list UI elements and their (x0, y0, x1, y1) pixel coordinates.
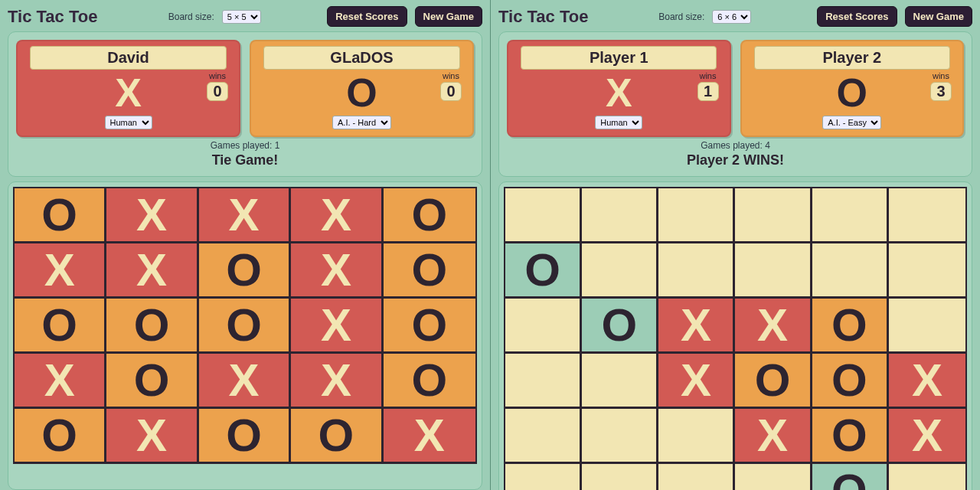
board-cell[interactable] (735, 243, 812, 299)
board-cell[interactable] (505, 409, 582, 464)
board-cell[interactable]: O (812, 409, 889, 464)
board-cell[interactable]: X (889, 354, 965, 409)
board-cell[interactable] (582, 464, 658, 490)
player-name-input[interactable] (263, 46, 460, 70)
board-cell[interactable]: O (291, 409, 383, 464)
reset-scores-button[interactable]: Reset Scores (817, 6, 897, 27)
board-cell[interactable]: X (15, 354, 106, 409)
board-cell[interactable]: X (735, 409, 812, 464)
board-cell[interactable]: O (106, 354, 198, 409)
board-cell[interactable] (505, 188, 582, 243)
player-type-select[interactable]: Human (105, 116, 152, 129)
board-cell[interactable]: X (199, 354, 291, 409)
new-game-button[interactable]: New Game (905, 6, 972, 27)
board-cell[interactable]: O (106, 299, 198, 354)
new-game-button[interactable]: New Game (415, 6, 482, 27)
board-cell[interactable] (735, 188, 812, 243)
board-cell[interactable] (889, 299, 965, 354)
board-cell[interactable]: O (199, 299, 291, 354)
board-cell[interactable] (889, 188, 965, 243)
player-type-select[interactable]: Human (595, 116, 642, 129)
board-cell[interactable] (658, 243, 735, 299)
board-cell[interactable] (658, 409, 735, 464)
header: Tic Tac Toe Board size: 6 × 6 Reset Scor… (498, 6, 972, 27)
board-cell[interactable]: O (15, 299, 106, 354)
board-cell[interactable]: X (291, 188, 383, 243)
header: Tic Tac Toe Board size: 5 × 5 Reset Scor… (8, 6, 482, 27)
player-type-select[interactable]: A.I. - Hard (332, 116, 391, 129)
player-name-input[interactable] (30, 46, 227, 70)
scoreboard-panel: X wins 0 Human O wins 0 A.I. - Hard Game… (8, 31, 482, 177)
board-cell[interactable] (505, 354, 582, 409)
reset-scores-button[interactable]: Reset Scores (327, 6, 407, 27)
board-cell[interactable]: O (199, 243, 291, 299)
games-played: Games played: 4 (507, 140, 964, 151)
board-cell[interactable] (889, 243, 965, 299)
board-cell[interactable] (735, 464, 812, 490)
player-card-o: O wins 0 A.I. - Hard (250, 40, 474, 137)
board-cell[interactable]: O (384, 243, 475, 299)
wins-label: wins (933, 71, 949, 80)
board-cell[interactable]: X (658, 354, 735, 409)
wins-label: wins (699, 71, 716, 80)
board-cell[interactable]: X (291, 354, 383, 409)
board-cell[interactable]: X (199, 188, 291, 243)
board-panel: OXXXOXXOXOOOOXOXOXXOOXOOX (8, 181, 482, 490)
board-cell[interactable] (658, 188, 735, 243)
board-cell[interactable]: O (384, 188, 475, 243)
board-cell[interactable]: X (291, 243, 383, 299)
player-card-o: O wins 3 A.I. - Easy (740, 40, 965, 137)
board-cell[interactable]: O (812, 299, 889, 354)
board-cell[interactable]: O (812, 354, 889, 409)
board-cell[interactable]: O (505, 243, 582, 299)
player-card-x: X wins 0 Human (16, 40, 240, 137)
board-cell[interactable]: X (15, 243, 106, 299)
result-message: Tie Game! (16, 152, 474, 168)
board-cell[interactable]: O (812, 464, 889, 490)
board-cell[interactable] (889, 464, 965, 490)
board-cell[interactable]: O (15, 188, 106, 243)
board-cell[interactable] (582, 354, 658, 409)
player-symbol: O (346, 73, 377, 113)
scoreboard-panel: X wins 1 Human O wins 3 A.I. - Easy Game… (498, 31, 972, 177)
player-type-select[interactable]: A.I. - Easy (822, 116, 881, 129)
board-cell[interactable] (582, 409, 658, 464)
board-size-label: Board size: (658, 11, 704, 22)
wins-count: 3 (930, 82, 952, 101)
board-cell[interactable] (505, 299, 582, 354)
board-cell[interactable]: X (735, 299, 812, 354)
wins-label: wins (209, 71, 226, 80)
board-cell[interactable]: X (658, 299, 735, 354)
board-cell[interactable]: X (889, 409, 965, 464)
board-cell[interactable] (582, 243, 658, 299)
player-symbol: O (837, 73, 867, 113)
board-cell[interactable]: X (106, 243, 198, 299)
player-name-input[interactable] (521, 46, 717, 70)
board-panel: OOXXOXOOXXOXO (498, 181, 972, 490)
board-cell[interactable]: O (735, 354, 812, 409)
wins-count: 0 (440, 82, 462, 101)
board-cell[interactable] (812, 188, 889, 243)
board-cell[interactable]: X (106, 188, 198, 243)
board-cell[interactable]: X (384, 409, 475, 464)
app-title: Tic Tac Toe (8, 7, 97, 27)
board-cell[interactable] (812, 243, 889, 299)
board-cell[interactable]: O (199, 409, 291, 464)
board-cell[interactable]: O (15, 409, 106, 464)
wins-count: 1 (697, 82, 719, 101)
board-cell[interactable]: X (106, 409, 198, 464)
board-cell[interactable]: O (582, 299, 658, 354)
board-size-select[interactable]: 6 × 6 (712, 10, 751, 24)
board-cell[interactable] (582, 188, 658, 243)
player-name-input[interactable] (754, 46, 950, 70)
app-title: Tic Tac Toe (498, 7, 588, 27)
wins-label: wins (443, 71, 459, 80)
board-cell[interactable] (505, 464, 582, 490)
board-cell[interactable]: O (384, 354, 475, 409)
board-cell[interactable] (658, 464, 735, 490)
board-cell[interactable]: O (384, 299, 475, 354)
player-symbol: X (606, 73, 632, 113)
game-board: OXXXOXXOXOOOOXOXOXXOOXOOX (13, 187, 477, 464)
board-size-select[interactable]: 5 × 5 (222, 10, 261, 24)
board-cell[interactable]: X (291, 299, 383, 354)
